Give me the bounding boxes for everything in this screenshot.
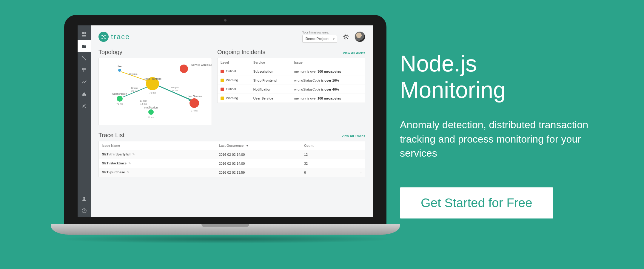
svg-text:18 ms: 18 ms [172, 89, 178, 92]
chevron-down-icon[interactable]: ⌄ [359, 170, 362, 174]
trace-row[interactable]: GET /stacktrace✎2016-02-02 14:0032 [99, 159, 365, 168]
main-content: trace Your Infrastructures: Demo Project… [91, 25, 373, 217]
logo-mark-icon [98, 32, 109, 42]
svg-text:80 rpm: 80 rpm [171, 86, 179, 89]
topo-node-user: User [117, 65, 122, 68]
svg-text:21 ms: 21 ms [131, 90, 138, 92]
trace-row[interactable]: GET /thirdpartyfail✎2016-02-02 14:0012 [99, 150, 365, 159]
svg-text:14 ms: 14 ms [140, 103, 147, 105]
incident-row[interactable]: WarningShop FrontendwrongStatusCode is o… [218, 76, 365, 85]
sidebar-item-metrics[interactable] [78, 76, 91, 88]
hero-title: Node.js Monitoring [400, 51, 611, 103]
svg-text:116 rpm: 116 rpm [129, 73, 138, 75]
incident-row[interactable]: CriticalSubscriptionmemory is over 300 m… [218, 67, 365, 76]
sidebar-item-alerts[interactable] [78, 88, 91, 100]
chevron-down-icon: ▾ [333, 37, 335, 41]
svg-rect-6 [82, 68, 86, 70]
topo-node-shop: Shop Frontend [144, 77, 161, 80]
camera-dot [224, 19, 227, 22]
topo-node-notif: Notification [144, 106, 158, 109]
laptop-mockup: ? trace Your Infrastructures: [51, 15, 400, 254]
svg-line-19 [104, 35, 105, 37]
settings-button[interactable] [343, 33, 349, 40]
incidents-card: Level Service Issue CriticalSubscription… [217, 58, 365, 103]
view-all-traces-link[interactable]: View All Traces [342, 134, 366, 138]
svg-line-21 [104, 37, 105, 38]
svg-point-3 [82, 56, 83, 57]
svg-text:11 rpm: 11 rpm [140, 100, 147, 102]
edit-icon[interactable]: ✎ [127, 161, 131, 165]
traces-title: Trace List [98, 132, 124, 139]
laptop-base [51, 224, 400, 235]
sidebar-item-dashboard[interactable] [78, 28, 91, 40]
svg-text:21 ms: 21 ms [148, 116, 154, 119]
topology-title: Topology [98, 49, 122, 56]
col-count[interactable]: Count [301, 141, 356, 150]
topo-node-sub: Subscription [112, 92, 127, 95]
incidents-title: Ongoing Incidents [217, 49, 265, 56]
svg-line-20 [102, 37, 104, 38]
sidebar-item-topology[interactable] [78, 52, 91, 64]
svg-point-29 [180, 65, 188, 73]
edit-icon[interactable]: ✎ [125, 170, 130, 174]
sort-desc-icon: ▼ [244, 144, 249, 147]
get-started-button[interactable]: Get Started for Free [400, 187, 553, 218]
col-issue: Issue [291, 58, 365, 67]
svg-point-9 [83, 105, 85, 107]
svg-text:73 ms: 73 ms [149, 91, 156, 94]
svg-point-22 [345, 36, 347, 38]
logo: trace [98, 32, 130, 42]
sidebar-item-infra[interactable] [78, 64, 91, 76]
svg-rect-2 [82, 35, 86, 36]
svg-text:12 rpm: 12 rpm [131, 87, 138, 89]
svg-line-5 [83, 57, 85, 59]
incident-row[interactable]: CriticalNotificationwrongStatusCode is o… [218, 85, 365, 94]
sidebar-item-settings[interactable] [78, 100, 91, 112]
svg-point-32 [117, 96, 123, 102]
col-service: Service [250, 58, 291, 67]
topo-node-issue: Service with issue [191, 63, 212, 66]
topo-node-usersvc: User Service [187, 95, 202, 98]
infra-select[interactable]: Demo Project ▾ [302, 35, 337, 43]
trace-row[interactable]: GET /purchase✎2016-02-02 13:596⌄ [99, 168, 365, 177]
traces-card: Issue Name Last Occurence▼ Count GET /th… [98, 141, 365, 177]
sidebar-item-user[interactable] [78, 193, 91, 205]
edit-icon[interactable]: ✎ [130, 152, 135, 156]
view-all-alerts-link[interactable]: View All Alerts [343, 51, 365, 55]
logo-text: trace [111, 33, 130, 41]
sidebar-item-folder[interactable] [78, 40, 91, 52]
severity-badge [221, 70, 224, 73]
severity-badge [221, 79, 224, 82]
infra-label: Your Infrastructures: [302, 31, 337, 34]
svg-point-4 [85, 59, 86, 60]
severity-badge [221, 88, 224, 91]
svg-line-18 [102, 35, 104, 37]
incident-row[interactable]: WarningUser Servicememory is over 100 me… [218, 94, 365, 103]
svg-point-10 [83, 197, 85, 199]
svg-point-36 [189, 98, 199, 108]
marketing-column: Node.js Monitoring Anomaly detection, di… [400, 51, 617, 218]
col-issue-name[interactable]: Issue Name [99, 141, 216, 150]
topology-card[interactable]: User Service with issue Shop Frontend 73… [98, 58, 212, 125]
svg-rect-1 [84, 32, 86, 34]
svg-rect-0 [82, 32, 84, 34]
col-last-occurence[interactable]: Last Occurence▼ [216, 141, 301, 150]
hero-subtitle: Anomaly detection, distributed transacti… [400, 118, 611, 161]
sidebar-item-help[interactable]: ? [78, 205, 91, 217]
svg-point-34 [148, 109, 154, 115]
severity-badge [221, 97, 224, 100]
svg-text:37 ms: 37 ms [191, 109, 198, 112]
svg-text:73 ms: 73 ms [116, 103, 123, 105]
svg-text:?: ? [83, 209, 85, 213]
svg-point-28 [118, 69, 121, 72]
sidebar: ? [78, 25, 91, 217]
laptop-shadow [55, 235, 395, 244]
col-level: Level [218, 58, 250, 67]
avatar[interactable] [355, 31, 365, 42]
infra-selected-value: Demo Project [306, 37, 329, 41]
